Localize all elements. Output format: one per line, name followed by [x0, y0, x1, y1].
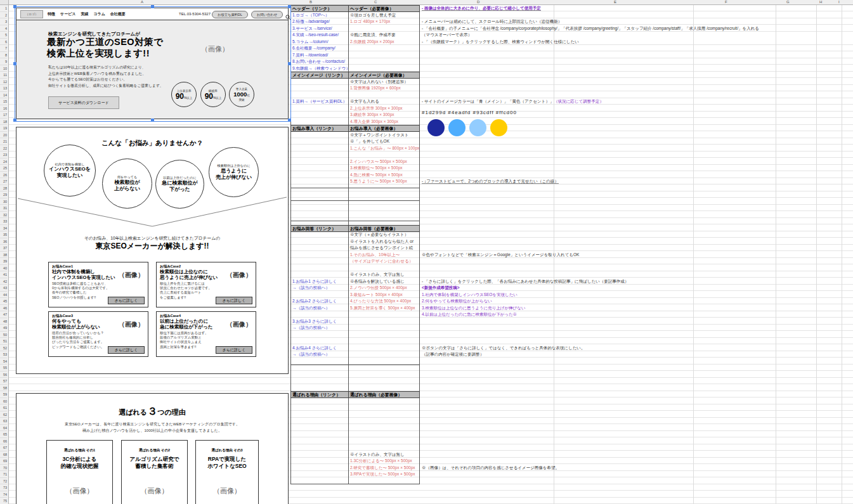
row-number[interactable]: 75 — [0, 498, 7, 504]
column-letter[interactable]: F — [725, 0, 727, 4]
sheet-link-cell[interactable]: →（該当の投稿へ） — [292, 351, 330, 358]
row-number[interactable]: 56 — [0, 372, 7, 378]
row-number[interactable]: 10 — [0, 65, 7, 72]
row-number[interactable]: 43 — [0, 285, 7, 292]
row-number[interactable]: 73 — [0, 484, 7, 491]
row-number[interactable]: 55 — [0, 365, 7, 372]
row-number[interactable]: 40 — [0, 265, 7, 272]
contact-button[interactable]: お問い合わせ — [251, 11, 283, 18]
row-number[interactable]: 35 — [0, 231, 7, 238]
sheet-link-cell[interactable]: 1.お悩み1 さらに詳しく — [292, 278, 337, 285]
more-button[interactable]: さらに詳しく — [216, 346, 252, 354]
sheet-link-cell[interactable]: →（該当の投稿へ） — [292, 305, 330, 312]
sheet-link-cell[interactable]: 2.お悩み2 さらに詳しく — [292, 298, 337, 305]
sheet-link-cell[interactable]: 3.サービス→/service/ — [292, 25, 332, 32]
nav-item[interactable]: 会社概要 — [110, 11, 126, 17]
more-button[interactable]: さらに詳しく — [108, 297, 145, 304]
row-number[interactable]: 69 — [0, 458, 7, 465]
row-number[interactable]: 24 — [0, 158, 7, 165]
sheet-link-cell[interactable]: 4.お悩み4 さらに詳しく — [292, 345, 337, 352]
row-number[interactable]: 65 — [0, 431, 7, 438]
row-number[interactable]: 54 — [0, 358, 7, 365]
sheet-link-cell[interactable]: 9.虫眼鏡→（検索ウィンドウ） — [292, 65, 350, 72]
download-button[interactable]: お役立ち資料DL — [212, 11, 248, 18]
column-letter[interactable]: D — [477, 0, 479, 4]
column-header-strip[interactable]: ABCDEFGHI — [9, 0, 853, 5]
row-number[interactable]: 37 — [0, 245, 7, 252]
row-number[interactable]: 12 — [0, 79, 7, 86]
row-number[interactable]: 26 — [0, 172, 7, 179]
row-number[interactable]: 38 — [0, 252, 7, 259]
sheet-link-cell[interactable]: 2.特徴→/advantage/ — [292, 18, 330, 25]
row-number[interactable]: 22 — [0, 145, 7, 152]
row-number[interactable]: 17 — [0, 112, 7, 119]
row-number[interactable]: 72 — [0, 478, 7, 485]
row-number[interactable]: 45 — [0, 298, 7, 305]
row-number[interactable]: 48 — [0, 318, 7, 325]
sheet-corner[interactable] — [0, 0, 9, 5]
row-number[interactable]: 66 — [0, 438, 7, 445]
row-number[interactable]: 51 — [0, 338, 7, 345]
row-number[interactable]: 3 — [0, 18, 7, 25]
row-number[interactable]: 36 — [0, 238, 7, 245]
row-number[interactable]: 5 — [0, 32, 7, 39]
row-number[interactable]: 67 — [0, 444, 7, 451]
row-number[interactable]: 32 — [0, 212, 7, 219]
row-number[interactable]: 42 — [0, 278, 7, 285]
selection-handle[interactable] — [13, 5, 16, 8]
column-letter[interactable]: H — [819, 0, 822, 4]
sheet-link-cell[interactable]: →（該当の投稿へ） — [292, 325, 330, 332]
column-letter[interactable]: E — [614, 0, 616, 4]
selection-handle[interactable] — [13, 119, 16, 122]
row-number[interactable]: 50 — [0, 332, 7, 339]
row-number[interactable]: 27 — [0, 178, 7, 185]
hero-cta-button[interactable]: サービス資料のダウンロード — [48, 96, 119, 109]
selection-handle[interactable] — [151, 5, 154, 8]
row-number[interactable]: 18 — [0, 119, 7, 126]
row-number[interactable]: 25 — [0, 165, 7, 172]
sheet-link-cell[interactable]: →（該当の投稿へ） — [292, 285, 330, 292]
row-number[interactable]: 4 — [0, 25, 7, 32]
sheet-link-cell[interactable]: 1.ロゴ→（TOPへ） — [292, 12, 329, 19]
column-letter[interactable]: B — [309, 0, 312, 4]
row-number[interactable]: 59 — [0, 391, 7, 398]
row-number[interactable]: 63 — [0, 418, 7, 425]
nav-item[interactable]: サービス — [60, 11, 75, 17]
row-number[interactable]: 29 — [0, 191, 7, 198]
row-number[interactable]: 2 — [0, 12, 7, 19]
row-number[interactable]: 74 — [0, 491, 7, 498]
sheet-link-cell[interactable]: 1.資料→（サービス資料DL） — [292, 98, 347, 105]
row-number[interactable]: 52 — [0, 345, 7, 352]
row-number[interactable]: 61 — [0, 404, 7, 411]
row-number[interactable]: 71 — [0, 471, 7, 478]
selection-handle[interactable] — [151, 119, 154, 122]
row-number[interactable]: 28 — [0, 185, 7, 192]
sheet-link-cell[interactable]: 6.会社概要→/company/ — [292, 45, 335, 52]
row-number[interactable]: 6 — [0, 39, 7, 46]
row-number[interactable]: 41 — [0, 271, 7, 278]
row-number[interactable]: 23 — [0, 152, 7, 158]
search-icon[interactable] — [285, 11, 291, 23]
row-number[interactable]: 53 — [0, 351, 7, 358]
row-number[interactable]: 68 — [0, 451, 7, 458]
row-number[interactable]: 16 — [0, 105, 7, 112]
row-number[interactable]: 64 — [0, 425, 7, 432]
row-number[interactable]: 15 — [0, 98, 7, 105]
row-number[interactable]: 7 — [0, 45, 7, 52]
row-number[interactable]: 44 — [0, 292, 7, 299]
row-number[interactable]: 39 — [0, 258, 7, 265]
sheet-link-cell[interactable]: 8.お問い合わせ→/contactus/ — [292, 58, 345, 65]
sheet-link-cell[interactable]: 3.お悩み3 さらに詳しく — [292, 318, 337, 325]
row-number[interactable]: 8 — [0, 52, 7, 59]
wireframe-hero-block[interactable]: （ロゴ） 特徴 サービス 実績 コラム 会社概要 TEL.03-5304-532… — [16, 8, 289, 119]
sheet-link-cell[interactable]: 4.実績→/seo-result-case/ — [292, 32, 339, 39]
selection-handle[interactable] — [288, 119, 291, 122]
row-number[interactable]: 11 — [0, 72, 7, 79]
row-number[interactable]: 14 — [0, 92, 7, 99]
row-number[interactable]: 19 — [0, 125, 7, 132]
nav-item[interactable]: 実績 — [81, 11, 88, 17]
more-button[interactable]: さらに詳しく — [108, 346, 145, 354]
row-number[interactable]: 31 — [0, 205, 7, 212]
row-number[interactable]: 70 — [0, 465, 7, 472]
column-letter[interactable]: G — [786, 0, 790, 4]
